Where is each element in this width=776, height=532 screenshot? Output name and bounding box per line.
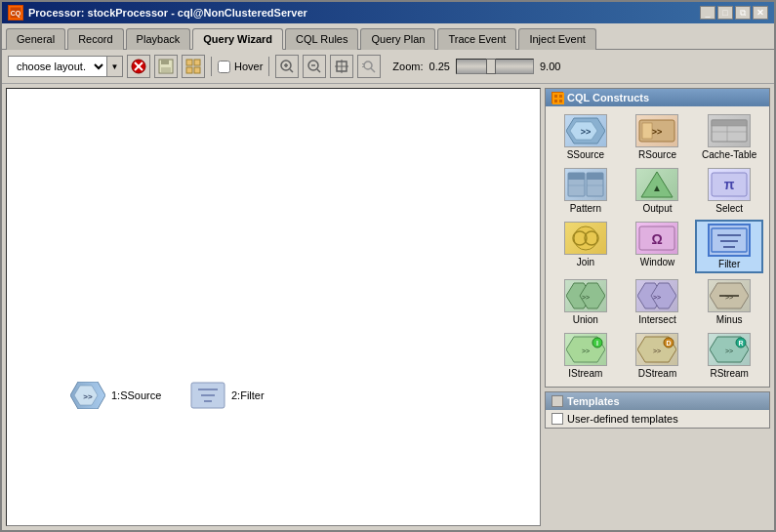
construct-intersect[interactable]: >> Intersect — [624, 277, 692, 327]
delete-button[interactable] — [127, 55, 150, 78]
construct-rstream[interactable]: >> R RStream — [695, 331, 763, 381]
svg-rect-36 — [554, 100, 557, 102]
construct-ssource[interactable]: >> SSource — [551, 112, 620, 162]
dstream-icon: >> D — [635, 333, 678, 366]
svg-text:I: I — [596, 340, 598, 347]
tab-traceevent[interactable]: Trace Event — [437, 28, 516, 50]
svg-rect-10 — [186, 67, 192, 73]
construct-output[interactable]: ▲ Output — [624, 166, 692, 216]
construct-pattern[interactable]: Pattern — [551, 166, 620, 216]
construct-rsource[interactable]: >> RSource — [624, 112, 692, 162]
construct-cachetable[interactable]: Cache-Table — [695, 112, 763, 162]
zoom-max-value: 9.00 — [540, 61, 560, 72]
svg-rect-33 — [552, 93, 564, 104]
cql-constructs-header: CQL Constructs — [546, 89, 769, 106]
tab-querywizard[interactable]: Query Wizard — [192, 28, 283, 50]
svg-rect-45 — [712, 120, 747, 126]
zoom-thumb[interactable] — [486, 59, 496, 74]
window-icon: Ω — [635, 222, 678, 255]
intersect-icon: >> — [635, 279, 678, 312]
main-area: >> 1:SSource 2:Filte — [2, 84, 774, 530]
userdefined-checkbox[interactable] — [551, 413, 563, 425]
tab-general[interactable]: General — [6, 28, 65, 50]
zoom-in-button[interactable] — [275, 55, 299, 78]
fit-button[interactable] — [330, 55, 353, 78]
svg-text:>>: >> — [725, 348, 733, 354]
userdefined-template-item[interactable]: User-defined templates — [546, 410, 769, 428]
output-icon: ▲ — [635, 168, 678, 201]
window-label: Window — [640, 257, 675, 267]
construct-dstream[interactable]: >> D DStream — [624, 331, 692, 381]
construct-window[interactable]: Ω Window — [624, 220, 692, 273]
intersect-label: Intersect — [638, 314, 675, 325]
zoom-label: Zoom: — [392, 61, 423, 72]
rsource-icon: >> — [635, 114, 678, 147]
app-icon: CQ — [8, 5, 23, 20]
svg-rect-43 — [642, 123, 652, 139]
pattern-label: Pattern — [570, 203, 601, 214]
svg-text:R: R — [739, 340, 744, 347]
rstream-icon: >> R — [708, 333, 751, 366]
constructs-header-icon — [551, 92, 563, 103]
save-button[interactable] — [154, 55, 178, 78]
filter-node-icon — [190, 382, 225, 409]
svg-text:▲: ▲ — [653, 183, 663, 193]
svg-text:D: D — [667, 340, 672, 347]
rsource-label: RSource — [638, 149, 676, 160]
minimize-button[interactable]: _ — [700, 6, 715, 20]
zoom-min-value: 0.25 — [429, 61, 450, 72]
userdefined-label: User-defined templates — [567, 413, 678, 425]
construct-filter[interactable]: Filter — [695, 220, 763, 273]
ssource-node-icon: >> — [70, 382, 105, 409]
restore-button[interactable]: ⧉ — [735, 6, 751, 20]
templates-header-icon — [551, 395, 563, 407]
zoom-slider[interactable] — [456, 59, 534, 74]
cachetable-icon — [708, 114, 751, 147]
construct-union[interactable]: >> Union — [551, 277, 620, 327]
tab-content: choose layout... ▼ — [2, 49, 774, 530]
svg-rect-9 — [194, 60, 200, 65]
tab-injectevent[interactable]: Inject Event — [518, 28, 595, 50]
tab-cqlrules[interactable]: CQL Rules — [285, 28, 358, 50]
svg-rect-37 — [559, 100, 562, 102]
svg-line-23 — [371, 68, 375, 72]
right-panel: CQL Constructs >> — [545, 84, 774, 530]
window-title: Processor: stockProcessor - cql@NonClust… — [28, 7, 307, 19]
construct-select[interactable]: π Select — [695, 166, 763, 216]
svg-text:>>: >> — [582, 348, 590, 354]
zoom-out-button[interactable] — [303, 55, 326, 78]
search-button[interactable] — [357, 55, 381, 78]
construct-minus[interactable]: >> Minus — [695, 277, 763, 327]
main-window: CQ Processor: stockProcessor - cql@NonCl… — [0, 0, 776, 532]
svg-point-58 — [574, 226, 597, 250]
canvas-node-filter[interactable]: 2:Filter — [190, 382, 265, 409]
layout-select[interactable]: choose layout... — [9, 57, 106, 76]
svg-rect-34 — [554, 95, 557, 98]
canvas-area[interactable]: >> 1:SSource 2:Filte — [6, 88, 541, 526]
tab-playback[interactable]: Playback — [126, 28, 191, 50]
svg-rect-7 — [161, 67, 171, 72]
minus-label: Minus — [716, 314, 743, 325]
svg-text:>>: >> — [653, 348, 661, 354]
istream-label: IStream — [568, 368, 602, 379]
templates-panel: Templates User-defined templates — [545, 391, 770, 429]
svg-text:Ω: Ω — [652, 231, 663, 247]
svg-point-22 — [364, 61, 372, 69]
svg-rect-35 — [559, 95, 562, 98]
construct-join[interactable]: Join — [551, 220, 620, 273]
construct-istream[interactable]: >> I IStream — [551, 331, 620, 381]
layout-dropdown[interactable]: choose layout... ▼ — [8, 56, 123, 77]
title-bar-left: CQ Processor: stockProcessor - cql@NonCl… — [8, 5, 307, 20]
tab-record[interactable]: Record — [67, 28, 123, 50]
hover-checkbox[interactable] — [218, 61, 230, 73]
canvas-node-ssource[interactable]: >> 1:SSource — [70, 382, 161, 409]
cachetable-label: Cache-Table — [702, 149, 756, 160]
tab-queryplan[interactable]: Query Plan — [360, 28, 435, 50]
filter-label: Filter — [718, 259, 740, 269]
output-label: Output — [642, 203, 672, 214]
svg-text:>>: >> — [83, 392, 93, 401]
maximize-button[interactable]: □ — [717, 6, 733, 20]
svg-text:>>: >> — [581, 127, 592, 137]
close-button[interactable]: ✕ — [753, 6, 768, 20]
layout-button[interactable] — [182, 55, 205, 78]
